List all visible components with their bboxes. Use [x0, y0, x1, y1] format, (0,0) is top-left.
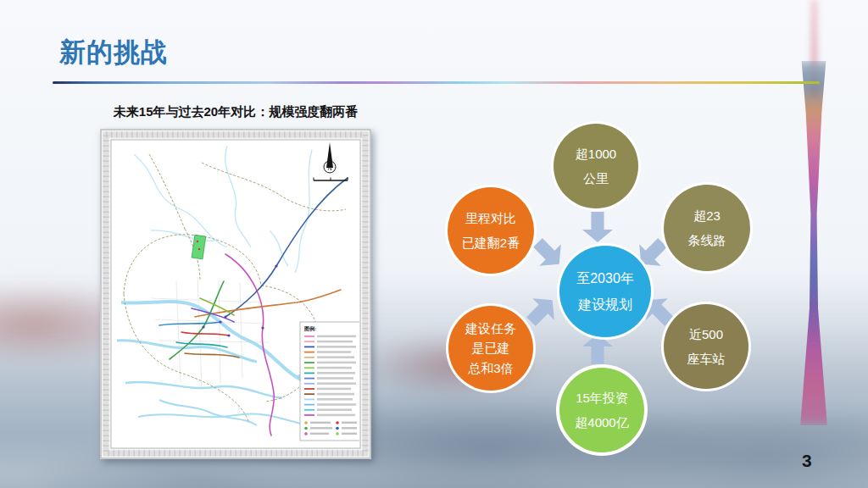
- diagram-center-node: 至2030年 建设规划: [559, 246, 651, 337]
- title-underline-rule: [53, 81, 820, 84]
- node-label-line: 座车站: [687, 347, 726, 371]
- node-label-line: 是已建: [472, 338, 510, 358]
- node-label-line: 建设任务: [465, 319, 516, 338]
- diagram-node-stations: 近500 座车站: [664, 304, 748, 389]
- presentation-slide: 新的挑战 未来15年与过去20年对比：规模强度翻两番: [0, 0, 868, 488]
- diagram-node-lines: 超23 条线路: [664, 185, 750, 271]
- node-label-line: 里程对比: [465, 206, 516, 230]
- diagram-node-length: 超1000 公里: [554, 124, 638, 208]
- node-label-line: 总和3倍: [468, 358, 513, 378]
- node-label-line: 已建翻2番: [462, 230, 520, 255]
- arrow-downright-icon: [527, 232, 570, 275]
- arrow-down-icon: [582, 212, 613, 242]
- page-number: 3: [802, 451, 812, 471]
- map-caption: 未来15年与过去20年对比：规模强度翻两番: [100, 104, 371, 120]
- diagram-node-mileage: 里程对比 已建翻2番: [448, 187, 534, 274]
- compass-label: N: [327, 165, 331, 171]
- map-legend: 图例:: [300, 322, 361, 441]
- node-label-line: 超23: [693, 203, 721, 228]
- slide-title: 新的挑战: [59, 35, 168, 70]
- metro-map-svg: N 图例:: [100, 129, 371, 459]
- node-label-line: 超1000: [576, 141, 616, 166]
- metro-map-image: N 图例:: [100, 129, 371, 459]
- node-label-line: 条线路: [688, 228, 726, 252]
- node-label-line: 公里: [583, 166, 609, 191]
- node-label-line: 超4000亿: [575, 410, 628, 435]
- center-label-line: 建设规划: [578, 291, 632, 318]
- diagram-node-investment: 15年投资 超4000亿: [559, 368, 644, 452]
- diagram-node-tasks: 建设任务 是已建 总和3倍: [448, 306, 533, 391]
- legend-title: 图例:: [304, 325, 316, 332]
- center-label-line: 至2030年: [576, 265, 634, 291]
- node-label-line: 近500: [689, 322, 723, 347]
- node-label-line: 15年投资: [576, 385, 628, 410]
